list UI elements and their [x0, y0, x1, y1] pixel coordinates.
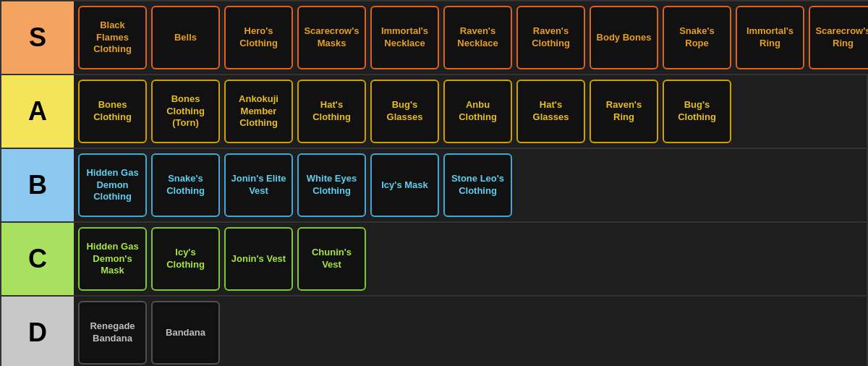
item-card[interactable]: Snake's Clothing	[151, 153, 220, 217]
item-card[interactable]: Scarecrow's Ring	[809, 6, 868, 69]
tier-label-a: A	[1, 75, 74, 148]
item-card[interactable]: Raven's Necklace	[443, 6, 512, 69]
tier-row-c: CHidden Gas Demon's MaskIcy's ClothingJo…	[1, 223, 867, 297]
item-card[interactable]: Jonin's Vest	[224, 227, 293, 291]
tier-items-c: Hidden Gas Demon's MaskIcy's ClothingJon…	[74, 223, 867, 295]
item-card[interactable]: Hero's Clothing	[224, 6, 293, 69]
item-card[interactable]: Hat's Clothing	[297, 80, 366, 143]
item-card[interactable]: Renegade Bandana	[78, 301, 147, 365]
tier-items-d: Renegade BandanaBandana	[74, 297, 867, 366]
item-card[interactable]: Jonin's Elite Vest	[224, 153, 293, 217]
item-card[interactable]: Snake's Rope	[663, 6, 731, 69]
item-card[interactable]: Bug's Clothing	[663, 80, 731, 143]
item-card[interactable]: Icy's Mask	[370, 153, 439, 217]
item-card[interactable]: Ankokuji Member Clothing	[224, 80, 293, 143]
item-card[interactable]: Bones Clothing	[78, 80, 147, 143]
item-card[interactable]: Icy's Clothing	[151, 227, 220, 291]
item-card[interactable]: Raven's Clothing	[516, 6, 585, 69]
item-card[interactable]: Hat's Glasses	[516, 80, 585, 143]
item-card[interactable]: Chunin's Vest	[297, 227, 366, 291]
tier-label-d: D	[1, 297, 74, 366]
item-card[interactable]: Bug's Glasses	[370, 80, 439, 143]
item-card[interactable]: White Eyes Clothing	[297, 153, 366, 217]
tier-label-s: S	[1, 1, 74, 74]
tier-label-c: C	[1, 223, 74, 295]
item-card[interactable]: Immortal's Ring	[736, 6, 804, 69]
tier-row-s: SBlack Flames ClothingBellsHero's Clothi…	[1, 1, 867, 75]
tier-list: SBlack Flames ClothingBellsHero's Clothi…	[0, 0, 868, 366]
item-card[interactable]: Bells	[151, 6, 220, 69]
item-card[interactable]: Stone Leo's Clothing	[443, 153, 512, 217]
item-card[interactable]: Anbu Clothing	[443, 80, 512, 143]
item-card[interactable]: Scarecrow's Masks	[297, 6, 366, 69]
tier-row-d: DRenegade BandanaBandana	[1, 297, 867, 366]
item-card[interactable]: Body Bones	[590, 6, 658, 69]
item-card[interactable]: Raven's Ring	[590, 80, 658, 143]
item-card[interactable]: Bandana	[151, 301, 220, 365]
item-card[interactable]: Immortal's Necklace	[370, 6, 439, 69]
tier-row-a: ABones ClothingBones Clothing (Torn)Anko…	[1, 75, 867, 149]
tier-items-a: Bones ClothingBones Clothing (Torn)Ankok…	[74, 75, 867, 148]
item-card[interactable]: Bones Clothing (Torn)	[151, 80, 220, 143]
tier-items-b: Hidden Gas Demon ClothingSnake's Clothin…	[74, 149, 867, 221]
item-card[interactable]: Hidden Gas Demon Clothing	[78, 153, 147, 217]
tier-row-b: BHidden Gas Demon ClothingSnake's Clothi…	[1, 149, 867, 223]
item-card[interactable]: Black Flames Clothing	[78, 6, 147, 69]
item-card[interactable]: Hidden Gas Demon's Mask	[78, 227, 147, 291]
tier-label-b: B	[1, 149, 74, 221]
tier-items-s: Black Flames ClothingBellsHero's Clothin…	[74, 1, 868, 74]
